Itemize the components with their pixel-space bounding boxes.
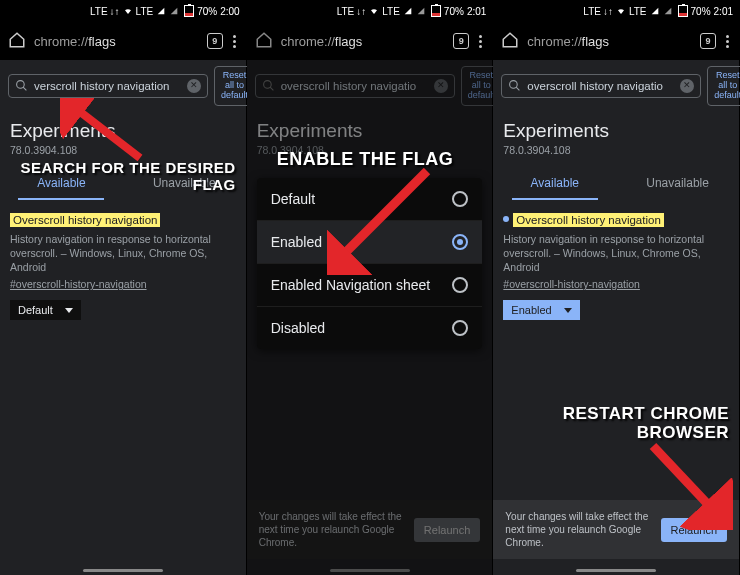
menu-icon[interactable] [231,35,238,48]
browser-toolbar: chrome://flags 9 [0,22,246,60]
modified-indicator-icon [503,216,509,222]
search-field[interactable] [34,80,181,92]
wifi-icon [123,6,133,17]
caret-icon [564,308,572,313]
search-field[interactable] [281,80,428,92]
signal2-icon [169,6,179,17]
tab-unavailable[interactable]: Unavailable [123,166,246,200]
clock: 2:00 [220,6,239,17]
page-title: Experiments [493,106,739,144]
search-input[interactable]: ✕ [8,74,208,98]
tabs-button[interactable]: 9 [453,33,469,49]
option-enabled[interactable]: Enabled [257,221,483,264]
relaunch-button[interactable]: Relaunch [661,518,727,542]
flag-select[interactable]: Default [10,300,81,320]
radio-icon [452,277,468,293]
home-icon[interactable] [8,31,26,52]
svg-point-1 [263,81,271,89]
relaunch-bar: Your changes will take effect the next t… [247,500,493,559]
home-icon[interactable] [255,31,273,52]
tab-available[interactable]: Available [0,166,123,200]
browser-toolbar: chrome://flags 9 [247,22,493,60]
flag-card: Overscroll history navigation History na… [0,200,246,331]
flag-link[interactable]: #overscroll-history-navigation [503,278,640,290]
flag-title: Overscroll history navigation [10,213,160,227]
relaunch-msg: Your changes will take effect the next t… [505,510,652,549]
tabs-bar: Available Unavailable [0,166,246,200]
svg-point-0 [17,81,25,89]
page-title: Experiments [0,106,246,144]
battery-icon [184,5,194,17]
search-input[interactable]: ✕ [501,74,701,98]
version-text: 78.0.3904.108 [0,144,246,166]
option-enabled-nav-sheet[interactable]: Enabled Navigation sheet [257,264,483,307]
radio-icon [452,234,468,250]
relaunch-msg: Your changes will take effect the next t… [259,510,406,549]
status-bar: LTE↓↑ LTE 70% 2:01 [493,0,739,22]
version-text: 78.0.3904.108 [247,144,493,166]
flag-link[interactable]: #overscroll-history-navigation [10,278,147,290]
battery-pct: 70% [197,6,217,17]
nav-pill [330,569,410,572]
relaunch-bar: Your changes will take effect the next t… [493,500,739,559]
nav-pill [83,569,163,572]
url-bar[interactable]: chrome://flags [281,34,446,49]
menu-icon[interactable] [724,35,731,48]
radio-icon [452,191,468,207]
version-text: 78.0.3904.108 [493,144,739,166]
tabs-button[interactable]: 9 [207,33,223,49]
clear-icon[interactable]: ✕ [434,79,448,93]
flag-dropdown: Default Enabled Enabled Navigation sheet… [257,178,483,349]
option-disabled[interactable]: Disabled [257,307,483,349]
flag-select[interactable]: Enabled [503,300,579,320]
menu-icon[interactable] [477,35,484,48]
option-default[interactable]: Default [257,178,483,221]
search-input[interactable]: ✕ [255,74,455,98]
clear-icon[interactable]: ✕ [187,79,201,93]
tab-available[interactable]: Available [493,166,616,200]
search-field[interactable] [527,80,674,92]
status-bar: LTE↓↑ LTE 70% 2:01 [247,0,493,22]
tabs-button[interactable]: 9 [700,33,716,49]
flag-description: History navigation in response to horizo… [10,232,236,275]
lte2-icon: LTE [136,6,154,17]
tab-unavailable[interactable]: Unavailable [616,166,739,200]
lte-icon: LTE↓↑ [90,6,120,17]
search-icon [15,79,28,92]
flag-description: History navigation in response to horizo… [503,232,729,275]
flag-title: Overscroll history navigation [513,213,663,227]
url-bar[interactable]: chrome://flags [527,34,692,49]
browser-toolbar: chrome://flags 9 [493,22,739,60]
flag-card: Overscroll history navigation History na… [493,200,739,331]
page-title: Experiments [247,106,493,144]
radio-icon [452,320,468,336]
url-bar[interactable]: chrome://flags [34,34,199,49]
relaunch-button[interactable]: Relaunch [414,518,480,542]
svg-point-2 [510,81,518,89]
status-bar: LTE↓↑ LTE 70% 2:00 [0,0,246,22]
reset-button[interactable]: Reset all to default [707,66,740,106]
nav-pill [576,569,656,572]
clear-icon[interactable]: ✕ [680,79,694,93]
signal-icon [156,6,166,17]
home-icon[interactable] [501,31,519,52]
caret-icon [65,308,73,313]
